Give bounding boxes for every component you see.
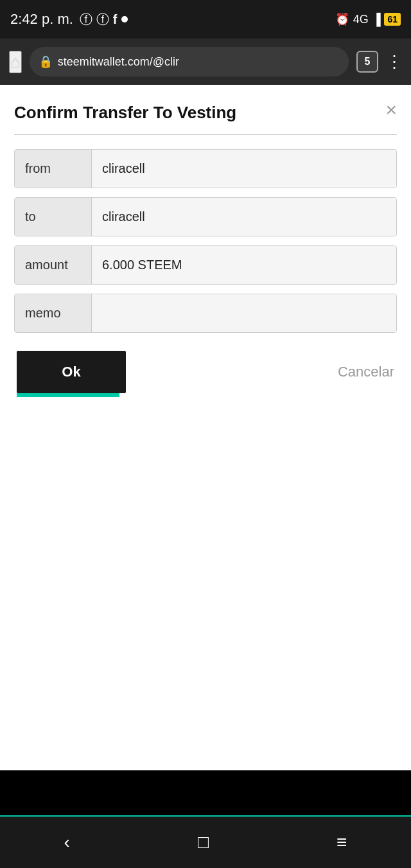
back-button[interactable]: ‹ — [45, 826, 89, 859]
from-label: from — [15, 150, 92, 188]
social-icon-1: ⓕ — [80, 11, 92, 28]
memo-label: memo — [15, 294, 92, 332]
battery-level: 61 — [387, 14, 398, 24]
menu-icon: ≡ — [337, 832, 347, 853]
navigation-bar: ‹ □ ≡ — [0, 817, 411, 868]
home-button[interactable]: ⌂ — [9, 51, 22, 73]
amount-field: amount 6.000 STEEM — [14, 245, 397, 285]
tab-count: 5 — [365, 56, 371, 67]
menu-button[interactable]: ≡ — [317, 826, 366, 859]
url-text: steemitwallet.com/@clir — [58, 55, 340, 69]
status-icons: ⓕ ⓕ f — [80, 11, 128, 28]
memo-value — [92, 294, 396, 332]
memo-field: memo — [14, 294, 397, 333]
tab-badge[interactable]: 5 — [356, 51, 378, 73]
network-label: 4G — [353, 13, 369, 26]
status-bar: 2:42 p. m. ⓕ ⓕ f ⏰ 4G ▐ 61 — [0, 0, 411, 39]
signal-icon: ▐ — [372, 13, 381, 26]
back-icon: ‹ — [64, 832, 70, 853]
confirm-transfer-dialog: Confirm Transfer To Vesting × from clira… — [0, 85, 411, 411]
browser-menu-button[interactable]: ⋮ — [386, 52, 402, 72]
battery-indicator: 61 — [384, 13, 401, 26]
from-field: from cliracell — [14, 149, 397, 188]
cancel-button[interactable]: Cancelar — [338, 364, 394, 380]
to-value: cliracell — [92, 198, 396, 236]
white-space — [0, 411, 411, 720]
status-left: 2:42 p. m. ⓕ ⓕ f — [10, 11, 128, 28]
close-button[interactable]: × — [385, 100, 397, 120]
amount-value: 6.000 STEEM — [92, 246, 396, 284]
to-field: to cliracell — [14, 197, 397, 236]
home-nav-button[interactable]: □ — [179, 826, 228, 859]
browser-bar: ⌂ 🔒 steemitwallet.com/@clir 5 ⋮ — [0, 39, 411, 85]
status-right: ⏰ 4G ▐ 61 — [335, 12, 401, 26]
home-icon: □ — [198, 832, 209, 853]
social-icon-2: ⓕ — [96, 11, 109, 28]
to-label: to — [15, 198, 92, 236]
ok-button[interactable]: Ok — [17, 351, 126, 393]
notif-dot — [121, 16, 128, 22]
dialog-header: Confirm Transfer To Vesting × — [14, 103, 397, 123]
amount-label: amount — [15, 246, 92, 284]
button-row: Ok Cancelar — [14, 351, 397, 393]
address-bar[interactable]: 🔒 steemitwallet.com/@clir — [30, 47, 349, 76]
clock-icon: ⏰ — [335, 12, 349, 26]
dialog-title: Confirm Transfer To Vesting — [14, 103, 236, 123]
lock-icon: 🔒 — [39, 55, 53, 69]
page-content: Confirm Transfer To Vesting × from clira… — [0, 85, 411, 770]
from-value: cliracell — [92, 150, 396, 188]
social-icon-3: f — [113, 12, 118, 27]
status-time: 2:42 p. m. — [10, 11, 73, 28]
header-divider — [14, 134, 397, 135]
